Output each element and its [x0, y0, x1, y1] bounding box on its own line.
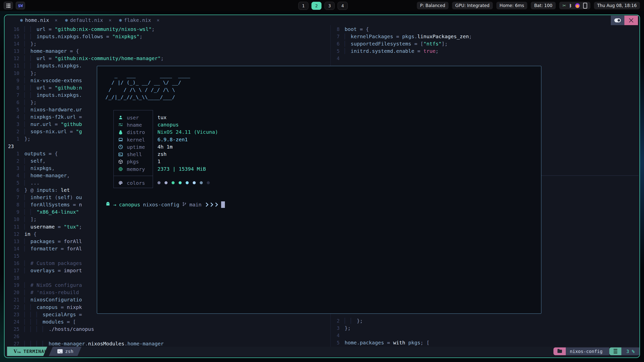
color-dot-6: [193, 181, 196, 184]
code-line: 25▏ ▏ ▏ ▏ ./hosts/canopus: [5, 326, 330, 333]
top-status-bar: $W 1234 P: Balanced GPU: Integrated Home…: [0, 0, 644, 11]
window-controls: [611, 16, 638, 25]
code-text: };: [24, 135, 30, 143]
code-text: ▏ };: [24, 70, 36, 77]
fetch-label: uptime: [127, 144, 145, 150]
line-number: 4: [331, 55, 340, 62]
fetch-row-distro: distro: [114, 129, 153, 136]
color-dot-8: [207, 181, 210, 184]
palette-icon: [118, 180, 123, 186]
code-text: ▏ ▏ inputs.nixpkgs.follows = "nixpkgs";: [24, 33, 143, 40]
workspace-button-1[interactable]: 1: [298, 2, 308, 10]
line-number: 2: [331, 317, 340, 325]
code-text: ▏ packages = forAll: [24, 238, 82, 245]
fetch-row-user: user: [114, 114, 153, 121]
tab-close-icon[interactable]: ×: [157, 17, 159, 23]
line-number: 11: [5, 62, 19, 69]
code-text: ▏ username = "tux";: [24, 223, 82, 231]
code-line: 14▏ };: [5, 40, 330, 48]
code-line: 12▏ ▏ url = "github:nix-community/home-m…: [5, 55, 330, 62]
tab-label: home.nix: [25, 17, 49, 23]
nix-snowflake-icon: ❄: [65, 18, 68, 23]
bluetooth-icon[interactable]: ᛒ: [569, 3, 572, 8]
line-number: 15: [5, 252, 19, 260]
code-text: home.packages = with pkgs; [: [345, 339, 429, 346]
wallpaper-daemon-icon[interactable]: [575, 3, 580, 8]
pin-toggle-button[interactable]: [611, 16, 624, 25]
fetch-label: colors: [127, 180, 145, 186]
code-text: ▏ self,: [24, 157, 46, 165]
workspace-button-4[interactable]: 4: [338, 2, 348, 10]
prompt-chevrons-icon: [205, 203, 217, 206]
percent-label: 3 %: [626, 349, 635, 354]
line-number: 8: [5, 84, 19, 92]
battery-pill: Bat: 100: [531, 2, 555, 9]
code-text: ▏ nixosConfiguratio: [24, 296, 82, 303]
tab-flake.nix[interactable]: ❄flake.nix×: [119, 17, 159, 23]
tab-label: flake.nix: [124, 17, 151, 23]
app-launcher-button[interactable]: [4, 2, 13, 10]
clock-pill[interactable]: Thu Aug 08, 18:16: [594, 2, 640, 9]
line-number: 23: [5, 143, 23, 150]
code-line: 27▏ ▏ ▏ ▏ home-manager.nixosModules.home…: [5, 340, 330, 347]
special-workspace-icon: $W: [17, 3, 24, 8]
fetch-label: memory: [127, 166, 145, 172]
special-workspace-button[interactable]: $W: [16, 2, 25, 10]
code-text: ▏ ▏ "x86_64-linux": [24, 208, 79, 216]
tab-close-icon[interactable]: ×: [55, 17, 57, 23]
code-line: 26: [5, 333, 330, 340]
line-number: 23: [5, 311, 19, 318]
line-number: 2: [5, 157, 19, 165]
floating-terminal[interactable]: _ ___ ____ ____ / |/ (_)_ __/ __ \/ __/ …: [97, 66, 541, 314]
code-pane-right-bottom[interactable]: 2▏ ▏ };3};45home.packages = with pkgs; [: [331, 317, 639, 347]
tab-close-icon[interactable]: ×: [109, 17, 111, 23]
ghost-icon: [105, 201, 110, 208]
workspace-button-3[interactable]: 3: [325, 2, 335, 10]
ping-pill: Home: 6ms: [496, 2, 528, 9]
code-text: ▏ home-manager,: [24, 172, 70, 179]
fetch-label: distro: [127, 129, 145, 135]
fetch-value-hname: canopus: [157, 121, 179, 128]
line-number: 19: [5, 282, 19, 289]
tab-home.nix[interactable]: ❄home.nix×: [20, 17, 58, 23]
code-text: ▏ kernelPackages = pkgs.linuxPackages_ze…: [345, 33, 472, 40]
line-number: 16: [5, 260, 19, 267]
line-number: 26: [5, 333, 19, 340]
code-line: 8boot = {: [331, 26, 639, 33]
line-number: 10: [5, 216, 19, 223]
code-line: 16▏ ▏ url = "github:nix-community/nixos-…: [5, 26, 330, 33]
tab-default.nix[interactable]: ❄default.nix×: [65, 17, 112, 23]
workspace-button-2[interactable]: 2: [311, 2, 321, 10]
terminal-icon: [118, 152, 123, 157]
code-text: ▏ ▏ ▏ modules = [: [24, 318, 76, 326]
line-number: 9: [5, 208, 19, 216]
line-number: 1: [5, 150, 19, 157]
code-text: ▏ # 'nixos-rebuild: [24, 289, 79, 296]
workspace-switcher: 1234: [298, 2, 348, 10]
code-text: ▏ ...: [24, 179, 39, 187]
fetch-value-pkgs: 1: [157, 158, 160, 165]
folder-icon: [557, 350, 562, 353]
code-line: 13▏ home-manager = {: [5, 48, 330, 55]
line-number: 6: [331, 40, 340, 48]
code-text: ▏ ▏ ▏ ▏ ./hosts/canopus: [24, 326, 94, 333]
package-icon: [118, 159, 123, 164]
repo-segment: nixos-config: [566, 347, 609, 355]
code-text: ▏ ];: [24, 216, 36, 223]
code-line: 5home.packages = with pkgs; [: [331, 339, 639, 346]
color-dot-1: [157, 181, 160, 184]
code-text: ▏ nixpkgs-f2k.url =: [24, 113, 82, 121]
line-number: 16: [5, 26, 19, 33]
line-number: 4: [331, 332, 340, 339]
close-window-button[interactable]: [624, 16, 638, 25]
vim-icon: Vim: [14, 349, 21, 354]
code-text: outputs = {: [24, 150, 58, 157]
power-profile-pill: P: Balanced: [417, 2, 449, 9]
code-text: ▏ ▏ url = "github:nix-community/home-man…: [24, 55, 164, 62]
git-branch-icon: [182, 202, 187, 208]
phone-icon[interactable]: [583, 3, 587, 9]
chip-icon: [118, 167, 123, 172]
color-dot-7: [200, 181, 203, 184]
line-number: 4: [5, 113, 19, 121]
screenshot-tool-icon[interactable]: ✂: [562, 3, 566, 8]
